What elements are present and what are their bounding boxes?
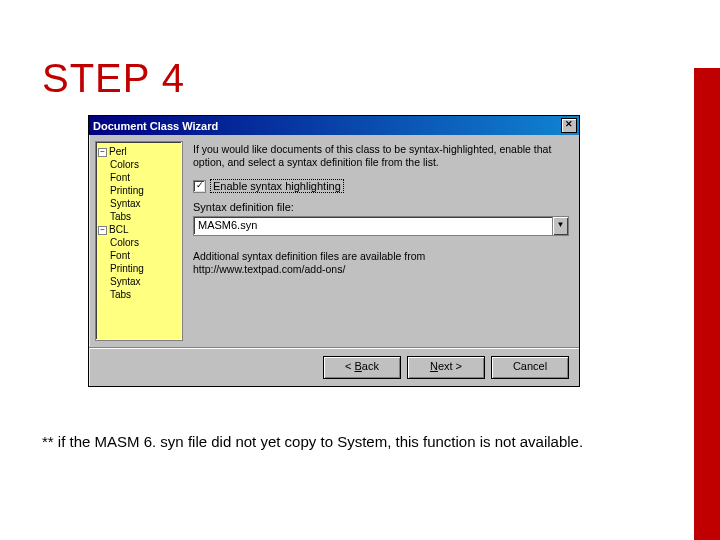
tree-item[interactable]: Printing [98, 262, 180, 275]
tree-item[interactable]: Colors [98, 158, 180, 171]
footnote-text: ** if the MASM 6. syn file did not yet c… [42, 432, 670, 452]
tree-group[interactable]: −Perl [98, 145, 180, 158]
cancel-button[interactable]: Cancel [491, 356, 569, 379]
instruction-text: If you would like documents of this clas… [193, 143, 569, 169]
tree-view[interactable]: −Perl Colors Font Printing Syntax Tabs −… [95, 141, 183, 341]
back-button[interactable]: < Back [323, 356, 401, 379]
slide-heading: STEP 4 [42, 56, 185, 101]
enable-syntax-checkbox[interactable]: ✓ [193, 180, 206, 193]
tree-item[interactable]: Font [98, 171, 180, 184]
close-button[interactable]: ✕ [561, 118, 577, 133]
button-row: < Back Next > Cancel [89, 347, 579, 386]
wizard-window: Document Class Wizard ✕ −Perl Colors Fon… [88, 115, 580, 387]
window-title: Document Class Wizard [91, 120, 218, 132]
field-label: Syntax definition file: [193, 201, 569, 213]
accent-bar [694, 68, 720, 540]
tree-group[interactable]: −BCL [98, 223, 180, 236]
next-button[interactable]: Next > [407, 356, 485, 379]
tree-item[interactable]: Syntax [98, 275, 180, 288]
tree-item[interactable]: Font [98, 249, 180, 262]
tree-item[interactable]: Tabs [98, 210, 180, 223]
syntax-checkbox-row: ✓ Enable syntax highlighting [193, 179, 569, 193]
tree-item[interactable]: Syntax [98, 197, 180, 210]
content-pane: If you would like documents of this clas… [189, 135, 579, 347]
additional-note: Additional syntax definition files are a… [193, 250, 569, 276]
combobox-value: MASM6.syn [194, 217, 552, 235]
tree-item[interactable]: Tabs [98, 288, 180, 301]
titlebar: Document Class Wizard ✕ [89, 116, 579, 135]
tree-item[interactable]: Printing [98, 184, 180, 197]
tree-item[interactable]: Colors [98, 236, 180, 249]
checkbox-label: Enable syntax highlighting [210, 179, 344, 193]
syntax-file-combobox[interactable]: MASM6.syn ▼ [193, 216, 569, 236]
chevron-down-icon[interactable]: ▼ [552, 217, 568, 235]
